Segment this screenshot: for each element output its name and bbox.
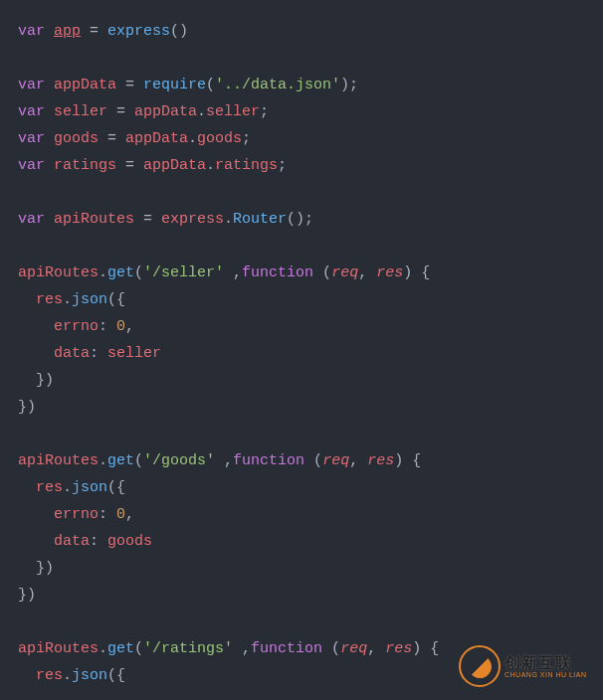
call-json: json — [72, 291, 107, 308]
call-express: express — [107, 23, 170, 40]
string-literal: '/goods' — [143, 452, 215, 469]
keyword-var: var — [18, 157, 45, 174]
keyword-function: function — [251, 640, 322, 657]
semi: ; — [278, 157, 287, 174]
keyword-var: var — [18, 211, 45, 228]
string-literal: '/ratings' — [143, 640, 233, 657]
dot: . — [99, 640, 107, 657]
identifier: goods — [45, 130, 99, 147]
identifier: res — [18, 667, 63, 684]
param-req: req — [331, 264, 358, 281]
brace: }) — [18, 399, 36, 416]
paren: ) { — [412, 640, 439, 657]
comma: , — [349, 452, 367, 469]
dot: . — [188, 130, 197, 147]
operator: = — [107, 103, 134, 120]
paren: ( — [134, 640, 143, 657]
comma: , — [125, 318, 134, 335]
identifier: apiRoutes — [18, 452, 99, 469]
identifier: express — [161, 211, 224, 228]
comma: , — [224, 264, 242, 281]
number-literal: 0 — [116, 318, 125, 335]
identifier-app: app — [54, 23, 81, 40]
param-res: res — [376, 264, 403, 281]
brace: }) — [18, 560, 54, 577]
dot: . — [224, 211, 233, 228]
colon: : — [90, 533, 107, 550]
dot: . — [99, 264, 107, 281]
paren: ( — [134, 452, 143, 469]
param-res: res — [385, 640, 412, 657]
call-json: json — [72, 479, 107, 496]
brace: }) — [18, 587, 36, 604]
brace: }) — [18, 372, 54, 389]
property: ratings — [215, 157, 278, 174]
keyword-var: var — [18, 103, 45, 120]
param-req: req — [322, 452, 349, 469]
watermark-logo: 创新互联 CHUANG XIN HU LIAN — [459, 642, 593, 690]
identifier: appData — [134, 103, 197, 120]
paren: ( — [304, 452, 322, 469]
identifier: appData — [125, 130, 188, 147]
semi: ; — [260, 103, 269, 120]
logo-text: 创新互联 CHUANG XIN HU LIAN — [504, 655, 587, 678]
param-res: res — [367, 452, 394, 469]
paren: ) { — [403, 264, 430, 281]
identifier: res — [18, 291, 63, 308]
dot: . — [63, 479, 72, 496]
parens: () — [170, 23, 188, 40]
identifier: goods — [107, 533, 152, 550]
paren: ( — [313, 264, 331, 281]
dot: . — [63, 667, 72, 684]
call-router: Router — [233, 211, 287, 228]
identifier: seller — [45, 103, 107, 120]
property: seller — [206, 103, 260, 120]
dot: . — [63, 291, 72, 308]
operator: = — [81, 23, 107, 40]
keyword-var: var — [18, 23, 45, 40]
call-require: require — [143, 77, 206, 93]
operator: = — [134, 211, 161, 228]
comma: , — [233, 640, 251, 657]
semi: ; — [242, 130, 251, 147]
paren: ( — [322, 640, 340, 657]
colon: : — [90, 345, 107, 362]
dot: . — [197, 103, 206, 120]
comma: , — [215, 452, 233, 469]
call-json: json — [72, 667, 107, 684]
param-req: req — [340, 640, 367, 657]
operator: = — [116, 157, 143, 174]
comma: , — [367, 640, 385, 657]
comma: , — [358, 264, 376, 281]
paren: ( — [134, 264, 143, 281]
identifier: apiRoutes — [18, 264, 99, 281]
identifier: seller — [107, 345, 161, 362]
string-literal: '../data.json' — [215, 77, 340, 93]
keyword-function: function — [242, 264, 313, 281]
property: data — [18, 345, 90, 362]
property: data — [18, 533, 90, 550]
parens: (); — [287, 211, 313, 228]
brace: ({ — [107, 291, 125, 308]
property: errno — [18, 318, 99, 335]
identifier: ratings — [45, 157, 116, 174]
logo-icon — [459, 645, 501, 687]
keyword-var: var — [18, 77, 45, 93]
call-get: get — [107, 264, 134, 281]
keyword-var: var — [18, 130, 45, 147]
string-literal: '/seller' — [143, 264, 224, 281]
colon: : — [99, 318, 116, 335]
identifier: apiRoutes — [45, 211, 134, 228]
logo-cn: 创新互联 — [504, 655, 587, 671]
call-get: get — [107, 452, 134, 469]
call-get: get — [107, 640, 134, 657]
property: goods — [197, 130, 242, 147]
paren: ) { — [394, 452, 421, 469]
code-block: var app = express() var appData = requir… — [18, 18, 603, 689]
brace: ({ — [107, 667, 125, 684]
identifier: appData — [143, 157, 206, 174]
operator: = — [99, 130, 125, 147]
comma: , — [125, 506, 134, 523]
paren: ); — [340, 77, 358, 93]
dot: . — [206, 157, 215, 174]
